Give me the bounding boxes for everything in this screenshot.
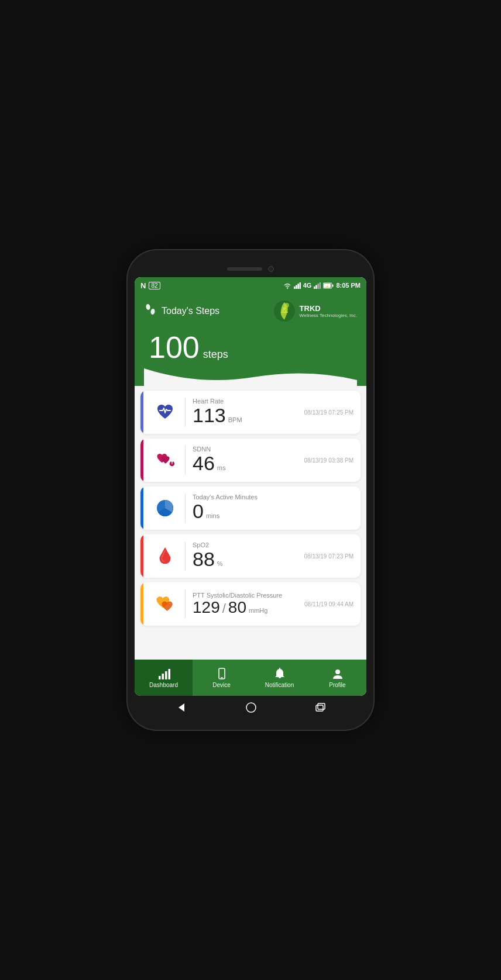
sdnn-value: 46 xyxy=(193,453,215,474)
active-minutes-value: 0 xyxy=(193,501,204,522)
svg-rect-28 xyxy=(221,677,223,678)
svg-rect-10 xyxy=(332,284,334,287)
divider xyxy=(185,398,186,427)
svg-rect-1 xyxy=(294,287,296,289)
wifi-icon xyxy=(283,282,291,289)
heart-rate-value-row: 113 BPM xyxy=(193,405,304,426)
divider xyxy=(185,494,186,523)
steps-count: 100 xyxy=(149,326,200,363)
active-minutes-accent xyxy=(140,486,143,530)
svg-point-21 xyxy=(171,463,173,464)
header-top: Today's Steps TRKD xyxy=(144,299,357,323)
recents-button[interactable] xyxy=(315,703,325,712)
nav-profile[interactable]: Profile xyxy=(308,660,366,696)
spo2-value: 88 xyxy=(193,548,215,570)
phone-screen: N 82 4G xyxy=(135,277,366,696)
spo2-icon xyxy=(157,546,173,566)
phone-frame: N 82 4G xyxy=(128,250,373,730)
ptt-icon-area xyxy=(152,593,178,615)
notification-bell-icon xyxy=(273,668,286,681)
ptt-icon xyxy=(153,593,177,615)
home-button[interactable] xyxy=(245,702,257,713)
sdnn-content: SDNN 46 ms xyxy=(193,446,304,474)
nav-dashboard[interactable]: Dashboard xyxy=(135,660,193,696)
nav-device[interactable]: Device xyxy=(193,660,250,696)
svg-rect-4 xyxy=(299,282,300,289)
steps-unit: steps xyxy=(203,348,228,361)
sdnn-value-row: 46 ms xyxy=(193,453,304,474)
footsteps-icon xyxy=(144,303,157,319)
heart-rate-card[interactable]: Heart Rate 113 BPM 08/13/19 07:25 PM xyxy=(140,391,361,434)
svg-rect-6 xyxy=(316,285,318,289)
svg-rect-26 xyxy=(168,669,170,679)
ptt-label: PTT Systolic/Diastolic Pressure xyxy=(193,592,304,599)
logo-text-area: TRKD Wellness Technologies, Inc. xyxy=(300,304,357,319)
ptt-value2: 80 xyxy=(228,599,246,617)
metrics-list: Heart Rate 113 BPM 08/13/19 07:25 PM xyxy=(135,386,366,660)
svg-point-13 xyxy=(146,303,151,310)
sdnn-unit: ms xyxy=(217,464,226,471)
sdnn-card[interactable]: SDNN 46 ms 08/13/19 03:38 PM xyxy=(140,439,361,482)
svg-rect-2 xyxy=(296,285,297,289)
svg-text:⚡: ⚡ xyxy=(325,285,330,289)
active-minutes-label: Today's Active Minutes xyxy=(193,494,354,501)
active-minutes-unit: mins xyxy=(206,512,219,519)
ptt-value1: 129 xyxy=(193,599,220,617)
ptt-unit: mmHg xyxy=(249,607,267,614)
app-header: Today's Steps TRKD xyxy=(135,294,366,386)
status-left: N 82 xyxy=(140,281,160,290)
heart-rate-content: Heart Rate 113 BPM xyxy=(193,398,304,426)
spo2-content: SpO2 88 % xyxy=(193,541,304,570)
nav-notification-label: Notification xyxy=(265,682,294,688)
ptt-value-row: 129 / 80 mmHg xyxy=(193,599,304,617)
svg-rect-20 xyxy=(171,461,173,463)
svg-rect-24 xyxy=(162,674,164,679)
svg-rect-34 xyxy=(318,703,325,709)
header-wave xyxy=(144,368,357,386)
battery-percent: 82 xyxy=(149,282,160,289)
svg-point-14 xyxy=(150,308,156,315)
svg-point-30 xyxy=(335,670,340,674)
ptt-card[interactable]: PTT Systolic/Diastolic Pressure 129 / 80… xyxy=(140,582,361,626)
network-type: 4G xyxy=(303,282,312,289)
trkd-logo-icon xyxy=(273,299,296,323)
battery-icon: ⚡ xyxy=(323,282,334,289)
spo2-accent xyxy=(140,534,143,578)
status-right: 4G ⚡ 8:05 PM xyxy=(283,282,361,289)
active-minutes-content: Today's Active Minutes 0 mins xyxy=(193,494,354,522)
divider xyxy=(185,446,186,475)
sdnn-icon xyxy=(155,450,175,470)
sdnn-accent xyxy=(140,439,143,482)
nav-notification[interactable]: Notification xyxy=(250,660,308,696)
device-icon xyxy=(215,668,228,681)
bottom-nav: Dashboard Device Notification xyxy=(135,660,366,696)
logo-name: TRKD xyxy=(300,304,357,313)
spo2-unit: % xyxy=(217,560,223,567)
header-title: Today's Steps xyxy=(162,306,219,316)
heart-rate-icon xyxy=(155,402,175,422)
svg-point-17 xyxy=(283,307,286,310)
svg-rect-5 xyxy=(314,287,315,289)
ptt-content: PTT Systolic/Diastolic Pressure 129 / 80… xyxy=(193,592,304,617)
phone-top-bar xyxy=(135,261,366,277)
dashboard-icon xyxy=(157,668,170,681)
heart-rate-icon-area xyxy=(152,402,178,422)
divider xyxy=(185,589,186,619)
logo-sub: Wellness Technologies, Inc. xyxy=(300,313,357,318)
svg-rect-8 xyxy=(320,282,321,289)
svg-rect-25 xyxy=(165,671,167,679)
spo2-timestamp: 08/13/19 07:23 PM xyxy=(304,553,354,560)
active-minutes-card[interactable]: Today's Active Minutes 0 mins xyxy=(140,486,361,530)
profile-icon xyxy=(331,668,344,681)
svg-point-16 xyxy=(284,303,289,308)
spo2-card[interactable]: SpO2 88 % 08/13/19 07:23 PM xyxy=(140,534,361,578)
signal2-icon xyxy=(314,282,321,289)
svg-rect-33 xyxy=(316,705,323,711)
nav-device-label: Device xyxy=(212,682,231,688)
back-button[interactable] xyxy=(176,702,187,713)
status-bar: N 82 4G xyxy=(135,277,366,294)
phone-bottom-bar xyxy=(135,696,366,719)
svg-rect-7 xyxy=(318,284,320,289)
spo2-value-row: 88 % xyxy=(193,548,304,570)
svg-point-32 xyxy=(246,703,256,712)
